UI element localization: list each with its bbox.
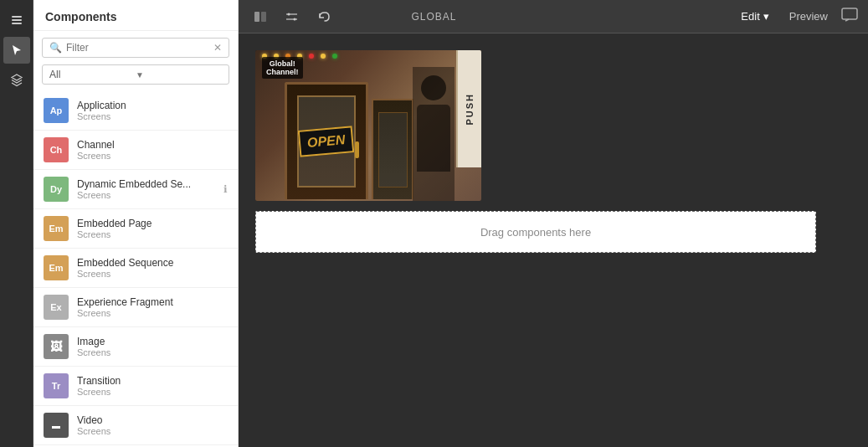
component-info: Embedded Sequence Screens xyxy=(77,257,228,279)
window-glass xyxy=(378,112,408,188)
component-badge-vi: ▬ xyxy=(44,413,69,438)
layers-icon[interactable] xyxy=(3,7,30,33)
info-icon[interactable]: ℹ xyxy=(223,183,228,195)
component-info: Channel Screens xyxy=(77,139,228,161)
component-sub: Screens xyxy=(77,151,228,161)
icon-bar xyxy=(0,0,33,447)
store-image: Global! Channel! OPEN xyxy=(255,50,481,201)
component-sub: Screens xyxy=(77,387,228,397)
silhouette-body xyxy=(417,105,450,172)
component-info: Application Screens xyxy=(77,100,228,121)
component-name: Video xyxy=(77,414,228,426)
component-badge-img: 🖼 xyxy=(44,334,69,359)
undo-icon[interactable] xyxy=(312,5,336,28)
store-door: OPEN xyxy=(285,82,368,199)
filter-input[interactable] xyxy=(66,42,213,54)
component-badge-tr: Tr xyxy=(44,373,69,398)
list-item[interactable]: ▬ Video Screens xyxy=(33,406,238,445)
stacked-layers-icon[interactable] xyxy=(3,67,30,94)
silhouette xyxy=(413,67,455,201)
component-badge-ap: Ap xyxy=(44,98,69,123)
door-glass: OPEN xyxy=(297,95,356,188)
door-handle xyxy=(355,141,359,158)
svg-rect-3 xyxy=(254,12,259,22)
open-sign: OPEN xyxy=(298,126,355,157)
adjust-icon[interactable] xyxy=(280,5,304,28)
comment-icon[interactable] xyxy=(841,8,858,26)
component-name: Image xyxy=(77,336,228,347)
push-text: PUSH xyxy=(465,93,475,126)
component-list: Ap Application Screens Ch Channel Screen… xyxy=(33,91,238,447)
component-name: Experience Fragment xyxy=(77,296,228,308)
global-label: GLOBAL xyxy=(411,11,456,23)
light-bulb xyxy=(309,54,314,59)
top-bar-right: Edit ▾ Preview xyxy=(734,7,858,26)
list-item[interactable]: Em Embedded Sequence Screens xyxy=(33,249,238,288)
component-name: Application xyxy=(77,100,228,111)
top-bar: GLOBAL Edit ▾ Preview xyxy=(239,0,868,33)
pointer-icon[interactable] xyxy=(3,37,30,64)
light-bulb xyxy=(321,54,326,59)
list-item[interactable]: Tr Transition Screens xyxy=(33,367,238,406)
svg-rect-2 xyxy=(12,23,22,24)
component-sub: Screens xyxy=(77,229,228,239)
main-area: GLOBAL Edit ▾ Preview xyxy=(239,0,868,447)
clear-search-icon[interactable]: ✕ xyxy=(213,42,222,54)
component-info: Experience Fragment Screens xyxy=(77,296,228,318)
component-name: Embedded Sequence xyxy=(77,257,228,269)
component-sub: Screens xyxy=(77,308,228,318)
light-bulb xyxy=(332,54,337,59)
edit-button[interactable]: Edit ▾ xyxy=(734,7,775,26)
sidebar-title: Components xyxy=(33,0,238,31)
component-info: Image Screens xyxy=(77,336,228,357)
components-sidebar: Components 🔍 ✕ All ▼ Ap Application Scre… xyxy=(33,0,239,447)
list-item[interactable]: Dy Dynamic Embedded Se... Screens ℹ xyxy=(33,170,238,209)
component-sub: Screens xyxy=(77,347,228,357)
preview-button[interactable]: Preview xyxy=(783,7,835,26)
component-name: Dynamic Embedded Se... xyxy=(77,178,220,190)
list-item[interactable]: 🖼 Image Screens xyxy=(33,327,238,367)
component-badge-em2: Em xyxy=(44,255,69,280)
svg-rect-0 xyxy=(12,16,22,18)
component-name: Embedded Page xyxy=(77,218,228,229)
component-info: Transition Screens xyxy=(77,375,228,397)
component-sub: Screens xyxy=(77,190,220,200)
component-badge-dy: Dy xyxy=(44,177,69,202)
panel-toggle-icon[interactable] xyxy=(249,5,272,28)
edit-label: Edit xyxy=(741,10,759,23)
filter-label: All xyxy=(49,69,136,80)
component-info: Embedded Page Screens xyxy=(77,218,228,239)
top-bar-left xyxy=(249,5,734,28)
component-badge-ex: Ex xyxy=(44,295,69,320)
component-sub: Screens xyxy=(77,426,228,436)
component-name: Channel xyxy=(77,139,228,151)
drag-drop-area[interactable]: Drag components here xyxy=(255,211,816,253)
canvas-area: Global! Channel! OPEN xyxy=(239,33,868,447)
chevron-down-icon: ▼ xyxy=(136,70,222,80)
push-sign: PUSH xyxy=(456,50,481,167)
svg-rect-1 xyxy=(12,19,22,21)
list-item[interactable]: Ap Application Screens xyxy=(33,91,238,131)
silhouette-head xyxy=(421,75,446,100)
store-preview: Global! Channel! OPEN xyxy=(255,50,481,201)
filter-dropdown[interactable]: All ▼ xyxy=(42,64,229,85)
svg-rect-4 xyxy=(261,12,266,22)
component-badge-ch: Ch xyxy=(44,137,69,162)
list-item[interactable]: Em Embedded Page Screens xyxy=(33,209,238,249)
component-sub: Screens xyxy=(77,111,228,121)
component-sub: Screens xyxy=(77,269,228,279)
component-info: Video Screens xyxy=(77,414,228,436)
component-name: Transition xyxy=(77,375,228,387)
component-badge-em: Em xyxy=(44,216,69,241)
search-icon: 🔍 xyxy=(49,42,62,54)
side-window xyxy=(372,99,413,199)
svg-rect-9 xyxy=(842,8,857,19)
list-item[interactable]: Ex Experience Fragment Screens xyxy=(33,288,238,327)
edit-chevron-icon: ▾ xyxy=(763,10,769,23)
drag-drop-label: Drag components here xyxy=(480,226,591,239)
component-info: Dynamic Embedded Se... Screens xyxy=(77,178,220,200)
search-bar[interactable]: 🔍 ✕ xyxy=(42,38,229,58)
list-item[interactable]: Ch Channel Screens xyxy=(33,131,238,170)
